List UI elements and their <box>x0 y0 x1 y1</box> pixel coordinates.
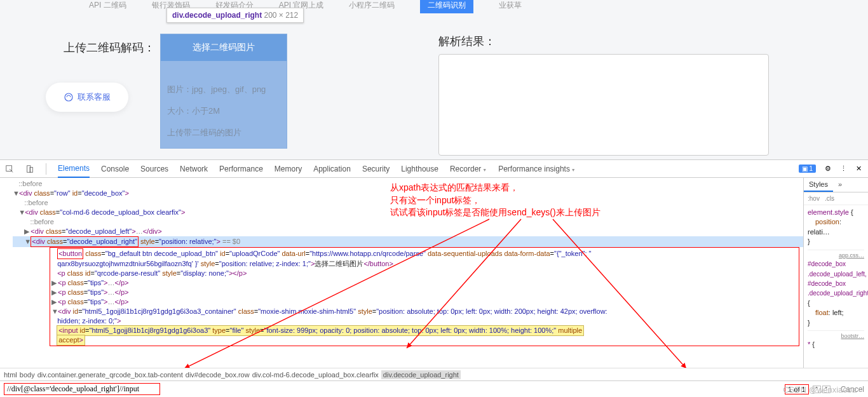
result-label: 解析结果： <box>438 34 804 49</box>
inspect-tooltip: div.decode_upload_right 200 × 212 <box>166 8 304 23</box>
tab-console[interactable]: Console <box>101 165 129 173</box>
select-image-button[interactable]: 选择二维码图片 <box>161 34 287 61</box>
contact-label: 联系客服 <box>78 91 111 103</box>
tooltip-dims: 200 × 212 <box>264 11 298 20</box>
tab-recorder[interactable]: Recorder <box>450 165 487 173</box>
settings-icon[interactable]: ⚙ <box>825 165 831 173</box>
upload-label: 上传二维码解码： <box>64 40 155 55</box>
inspect-icon[interactable] <box>5 165 14 173</box>
search-input[interactable] <box>4 383 160 395</box>
styles-tab[interactable]: Styles <box>804 178 833 192</box>
elements-panel[interactable]: ::before ▼<div class="row" id="decode_bo… <box>0 178 803 368</box>
search-bar: 1 of 1 ˄ ˅ Cancel <box>0 380 868 397</box>
tab-security[interactable]: Security <box>362 165 390 173</box>
cls-toggle[interactable]: .cls <box>825 195 834 202</box>
breadcrumb[interactable]: html body div.container.generate_qrcode_… <box>0 368 868 380</box>
tab-elements[interactable]: Elements <box>58 164 90 178</box>
tab-memory[interactable]: Memory <box>275 165 302 173</box>
tip-size: 大小：小于2M <box>167 100 280 122</box>
contact-support-button[interactable]: 联系客服 <box>46 83 128 112</box>
close-devtools-icon[interactable]: ✕ <box>856 165 862 173</box>
device-icon[interactable] <box>25 165 34 173</box>
hov-toggle[interactable]: :hov <box>808 195 820 202</box>
tooltip-selector: div.decode_upload_right <box>172 11 262 20</box>
nav-tab-5[interactable]: 二维码识别 <box>420 0 473 13</box>
tab-sources[interactable]: Sources <box>140 165 168 173</box>
decode-upload-right: 选择二维码图片 图片：jpg、jpeg、gif、png 大小：小于2M 上传带二… <box>160 34 287 149</box>
nav-tabs: API 二维码 银行装饰码 好发码介分 API 官网上成 小程序二维码 二维码识… <box>0 0 868 11</box>
page-content: API 二维码 银行装饰码 好发码介分 API 官网上成 小程序二维码 二维码识… <box>0 0 868 159</box>
tab-application[interactable]: Application <box>313 165 351 173</box>
svg-point-0 <box>65 93 72 101</box>
devtools-panel: Elements Console Sources Network Perform… <box>0 159 868 397</box>
tip-formats: 图片：jpg、jpeg、gif、png <box>167 79 280 100</box>
tab-lighthouse[interactable]: Lighthouse <box>401 165 438 173</box>
more-icon[interactable]: ⋮ <box>840 165 847 173</box>
issues-badge[interactable]: ▣ 1 <box>799 165 816 173</box>
result-textarea[interactable] <box>438 54 769 156</box>
headset-icon <box>64 92 74 102</box>
devtools-tabs: Elements Console Sources Network Perform… <box>0 160 868 178</box>
tab-performance[interactable]: Performance <box>219 165 263 173</box>
tab-network[interactable]: Network <box>180 165 208 173</box>
nav-tab-4[interactable]: 小程序二维码 <box>349 0 395 11</box>
styles-panel: Styles » :hov .cls element.style { posit… <box>803 178 868 368</box>
tab-perf-insights[interactable]: Performance insights <box>498 165 576 173</box>
nav-tab-6[interactable]: 业获草 <box>499 0 522 11</box>
upload-tips: 图片：jpg、jpeg、gif、png 大小：小于2M 上传带二维码的图片 <box>161 61 287 148</box>
nav-tab-0[interactable]: API 二维码 <box>89 0 126 11</box>
tip-note: 上传带二维码的图片 <box>167 122 280 144</box>
watermark: CSDN @wenxiaoba <box>783 385 857 394</box>
styles-more[interactable]: » <box>833 178 847 192</box>
annotation-text: 从xpath表达式的匹配结果来看， 只有这一个input标签， 试试看该inpu… <box>390 182 600 219</box>
